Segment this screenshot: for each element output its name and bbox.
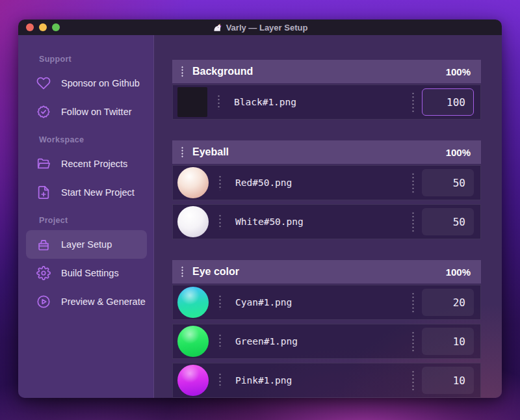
layer-weight-input[interactable] (422, 328, 474, 355)
sidebar-item-layer-setup[interactable]: Layer Setup (26, 230, 147, 259)
sidebar: Support Sponsor on Github Follow on Twit… (18, 35, 154, 398)
layer-group-title: Background (192, 66, 253, 77)
heart-icon (36, 76, 51, 90)
layer-group: Eyeball 100% Red#50.png White#50.png (172, 140, 481, 239)
zoom-button[interactable] (52, 23, 60, 31)
drag-handle-icon[interactable] (181, 146, 183, 158)
archive-box-icon (36, 237, 51, 252)
white-ball-thumbnail (177, 206, 209, 237)
sidebar-item-preview-generate[interactable]: Preview & Generate (26, 287, 147, 316)
layer-weight-input[interactable] (422, 169, 474, 196)
layer-row[interactable]: White#50.png (172, 204, 481, 239)
layers-panel: Background 100% Black#1.png Eyeball 100%… (154, 35, 502, 398)
drag-handle-icon[interactable] (181, 66, 183, 77)
layer-weight-input[interactable] (422, 88, 474, 116)
sidebar-section-label: Workspace (39, 135, 153, 144)
layer-group-weight: 100% (446, 147, 471, 158)
gear-icon (36, 266, 51, 280)
separator-dotted (412, 172, 414, 193)
sidebar-section: Project Layer Setup Build Settings Previ… (18, 216, 153, 316)
layer-row[interactable]: Red#50.png (172, 165, 481, 200)
close-button[interactable] (26, 23, 34, 31)
layer-group-weight: 100% (446, 267, 471, 278)
play-circle-icon (36, 295, 51, 309)
layer-weight-input[interactable] (422, 208, 474, 235)
layer-row[interactable]: Cyan#1.png (172, 285, 481, 320)
separator-dotted (412, 92, 414, 112)
red-ball-thumbnail (177, 167, 209, 198)
file-plus-icon (36, 185, 51, 200)
window-title: Varly — Layer Setup (213, 20, 308, 35)
separator-dotted (219, 295, 221, 310)
drag-handle-icon[interactable] (181, 266, 183, 278)
sidebar-section: Workspace Recent Projects Start New Proj… (18, 135, 153, 207)
separator-dotted (412, 292, 414, 313)
unicorn-icon (213, 23, 222, 33)
minimize-button[interactable] (39, 23, 47, 31)
layer-row[interactable]: Pink#1.png (172, 363, 481, 398)
separator-dotted (218, 94, 220, 110)
separator-dotted (412, 331, 414, 352)
sidebar-section-label: Project (39, 216, 153, 225)
folder-icon (36, 157, 51, 171)
layer-weight-input[interactable] (422, 289, 474, 316)
verified-badge-icon (36, 105, 51, 119)
layer-row[interactable]: Green#1.png (172, 324, 481, 359)
layer-filename: Pink#1.png (235, 375, 412, 386)
layer-group-header[interactable]: Background 100% (172, 60, 481, 83)
sidebar-item-build-settings[interactable]: Build Settings (26, 259, 147, 287)
separator-dotted (412, 211, 414, 232)
layer-group-weight: 100% (446, 66, 471, 77)
layer-group-header[interactable]: Eyeball 100% (172, 140, 481, 164)
titlebar[interactable]: Varly — Layer Setup (18, 20, 502, 35)
layer-filename: Green#1.png (235, 336, 412, 347)
layer-filename: Black#1.png (234, 97, 412, 107)
sidebar-item-recent-projects[interactable]: Recent Projects (26, 150, 147, 178)
green-ball-thumbnail (177, 326, 209, 357)
layer-group: Eye color 100% Cyan#1.png Green#1.png Pi… (172, 260, 481, 398)
layer-weight-input[interactable] (422, 367, 474, 394)
layer-group: Background 100% Black#1.png (172, 60, 481, 120)
separator-dotted (412, 370, 414, 391)
sidebar-item-follow-on-twitter[interactable]: Follow on Twitter (26, 98, 147, 126)
sidebar-item-start-new-project[interactable]: Start New Project (26, 178, 147, 207)
layer-filename: Cyan#1.png (235, 297, 412, 308)
separator-dotted (219, 334, 221, 349)
app-window: Varly — Layer Setup Support Sponsor on G… (18, 20, 502, 398)
layer-row[interactable]: Black#1.png (172, 85, 481, 120)
traffic-lights (26, 23, 60, 31)
black-square-thumbnail (177, 87, 207, 117)
layer-group-title: Eye color (192, 266, 239, 278)
sidebar-section: Support Sponsor on Github Follow on Twit… (18, 55, 153, 126)
layer-group-header[interactable]: Eye color 100% (172, 260, 481, 283)
separator-dotted (219, 373, 221, 388)
separator-dotted (219, 214, 221, 230)
sidebar-item-sponsor-on-github[interactable]: Sponsor on Github (26, 69, 147, 98)
layer-group-title: Eyeball (192, 146, 229, 158)
separator-dotted (219, 175, 221, 190)
layer-filename: White#50.png (235, 217, 412, 227)
sidebar-section-label: Support (39, 55, 153, 64)
pink-ball-thumbnail (177, 365, 209, 396)
cyan-ball-thumbnail (177, 287, 209, 318)
layer-filename: Red#50.png (235, 177, 412, 188)
